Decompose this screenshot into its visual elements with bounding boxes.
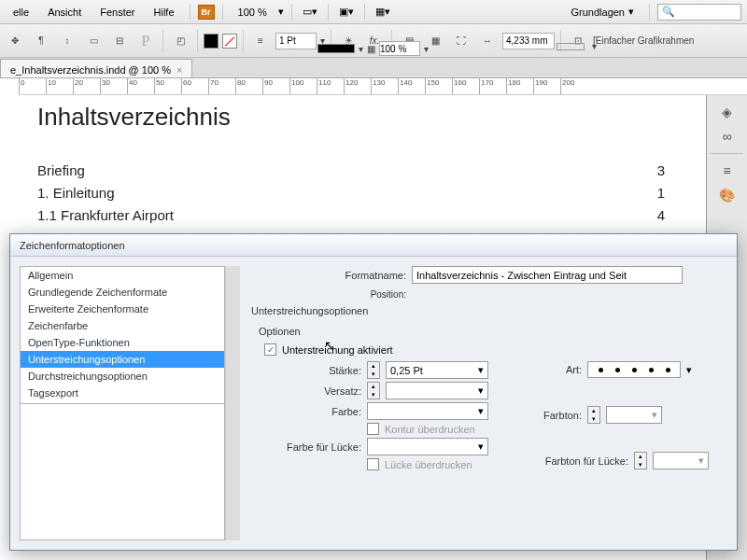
percent-icon: ▦ bbox=[367, 44, 375, 54]
overprint-stroke-checkbox bbox=[367, 423, 379, 435]
swatches-icon[interactable]: 🎨 bbox=[711, 184, 744, 206]
dropdown-icon[interactable]: ▾ bbox=[278, 6, 284, 18]
crop-icon[interactable]: ⛶ bbox=[450, 30, 472, 52]
style-label[interactable]: [Einfacher Grafikrahmen bbox=[593, 35, 694, 46]
dialog-title[interactable]: Zeichenformatoptionen bbox=[10, 234, 737, 257]
ruler-tick: 60 bbox=[181, 78, 208, 94]
overprint-stroke-label: Kontur überdrucken bbox=[385, 424, 475, 435]
ruler-tick: 110 bbox=[317, 78, 344, 94]
ruler-tick: 140 bbox=[398, 78, 425, 94]
weight-spinner[interactable]: ▴▾ bbox=[367, 361, 380, 379]
formatname-input[interactable] bbox=[412, 266, 683, 284]
ruler-tick: 30 bbox=[100, 78, 127, 94]
sidebar-item[interactable]: Zeichenfarbe bbox=[21, 317, 224, 334]
ruler-tick: 180 bbox=[506, 78, 533, 94]
ruler-tick: 90 bbox=[262, 78, 289, 94]
weight-label: Stärke: bbox=[259, 365, 361, 376]
stroke-weight-icon: ≡ bbox=[249, 30, 272, 52]
stroke-panel-icon[interactable]: ≡ bbox=[711, 160, 744, 182]
underline-on-checkbox[interactable]: ✓ bbox=[264, 343, 276, 356]
scale-input[interactable] bbox=[379, 41, 420, 56]
ruler-tick: 80 bbox=[235, 78, 262, 94]
sidebar-item[interactable]: Erweiterte Zeichenformate bbox=[21, 301, 224, 317]
horizontal-ruler: 0102030405060708090100110120130140150160… bbox=[19, 78, 747, 95]
weight-combo[interactable]: 0,25 Pt▾ bbox=[386, 361, 488, 379]
gap-tint-label: Farbton für Lücke: bbox=[526, 455, 628, 467]
tint-combo: ▾ bbox=[606, 406, 662, 424]
offset-combo[interactable]: ▾ bbox=[386, 382, 488, 399]
gap-color-label: Farbe für Lücke: bbox=[259, 441, 361, 453]
sidebar-item[interactable]: Tagsexport bbox=[21, 385, 224, 401]
document-tabs: e_Inhaltsverzeichnis.indd @ 100 % × bbox=[0, 58, 747, 78]
screen-mode-icon[interactable]: ▣▾ bbox=[336, 3, 357, 21]
stroke-style-swatch[interactable] bbox=[317, 44, 355, 53]
tint-spinner[interactable]: ▴▾ bbox=[587, 406, 600, 424]
menubar: elle Ansicht Fenster Hilfe Br 100 % ▾ ▭▾… bbox=[0, 0, 747, 24]
zoom-level[interactable]: 100 % bbox=[231, 5, 275, 20]
stroke-end-swatch[interactable] bbox=[557, 43, 585, 50]
color-label: Farbe: bbox=[259, 406, 361, 417]
corner-icon[interactable]: ◰ bbox=[169, 30, 191, 52]
dialog-sidebar: AllgemeinGrundlegende ZeichenformateErwe… bbox=[20, 266, 225, 540]
menu-item[interactable]: Hilfe bbox=[147, 3, 182, 21]
sidebar-item[interactable]: Grundlegende Zeichenformate bbox=[21, 284, 224, 301]
links-icon[interactable]: ∞ bbox=[711, 125, 744, 147]
caption-icon[interactable]: ▭ bbox=[82, 30, 105, 52]
toc-row: Briefing3 bbox=[37, 160, 665, 182]
character-style-options-dialog: Zeichenformatoptionen AllgemeinGrundlege… bbox=[9, 233, 738, 551]
type-combo[interactable] bbox=[587, 361, 681, 378]
gap-tint-spinner[interactable]: ▴▾ bbox=[634, 452, 647, 469]
textflow-icon[interactable]: ↕ bbox=[56, 30, 78, 52]
overprint-gap-checkbox bbox=[367, 458, 379, 470]
underline-on-label: Unterstreichung aktiviert bbox=[282, 344, 393, 356]
view-mode-icon[interactable]: ▭▾ bbox=[300, 3, 320, 21]
measure-icon: ↔ bbox=[476, 30, 499, 52]
close-icon[interactable]: × bbox=[176, 64, 182, 76]
ruler-tick: 170 bbox=[479, 78, 506, 94]
search-icon: 🔍 bbox=[662, 6, 675, 18]
page-title: Inhaltsverzeichnis bbox=[37, 103, 665, 132]
preview-pane bbox=[21, 403, 224, 539]
drop-cap-icon[interactable]: P bbox=[134, 30, 157, 52]
workspace-dropdown[interactable]: Grundlagen ▾ bbox=[564, 4, 642, 20]
sidebar-item[interactable]: OpenType-Funktionen bbox=[21, 334, 224, 351]
fill-swatch[interactable] bbox=[204, 34, 218, 49]
measure-input[interactable] bbox=[502, 33, 555, 49]
gap-color-combo[interactable]: ▾ bbox=[367, 438, 488, 455]
document-tab[interactable]: e_Inhaltsverzeichnis.indd @ 100 % × bbox=[0, 59, 192, 77]
stroke-weight-input[interactable] bbox=[275, 33, 317, 49]
color-combo[interactable]: ▾ bbox=[367, 402, 488, 420]
tab-title: e_Inhaltsverzeichnis.indd @ 100 % bbox=[10, 64, 171, 76]
sidebar-item[interactable]: Durchstreichungsoptionen bbox=[21, 368, 224, 385]
overprint-gap-label: Lücke überdrucken bbox=[385, 459, 472, 470]
ruler-tick: 200 bbox=[560, 78, 587, 94]
tint-label: Farbton: bbox=[526, 410, 582, 421]
para-direction-icon[interactable]: ¶ bbox=[30, 30, 52, 52]
formatname-label: Formatname: bbox=[326, 270, 406, 281]
bridge-icon[interactable]: Br bbox=[198, 5, 215, 20]
ruler-tick: 70 bbox=[208, 78, 235, 94]
ruler-tick: 40 bbox=[127, 78, 154, 94]
scrollbar[interactable] bbox=[225, 266, 240, 540]
ruler-tick: 160 bbox=[452, 78, 479, 94]
ruler-tick: 150 bbox=[425, 78, 452, 94]
ruler-tick: 100 bbox=[289, 78, 317, 94]
offset-spinner[interactable]: ▴▾ bbox=[367, 382, 380, 399]
ruler-tick: 190 bbox=[533, 78, 560, 94]
offset-label: Versatz: bbox=[259, 385, 361, 397]
search-input[interactable]: 🔍 bbox=[657, 4, 741, 21]
anchor-icon[interactable]: ✥ bbox=[4, 30, 26, 52]
workspace-label: Grundlagen bbox=[571, 7, 626, 18]
stroke-swatch[interactable] bbox=[222, 34, 237, 49]
ruler-tick: 10 bbox=[46, 78, 73, 94]
menu-item[interactable]: elle bbox=[6, 3, 36, 21]
menu-item[interactable]: Ansicht bbox=[40, 3, 89, 21]
arrange-icon[interactable]: ▦▾ bbox=[373, 3, 393, 21]
options-legend: Optionen bbox=[259, 326, 301, 341]
menu-item[interactable]: Fenster bbox=[92, 3, 142, 21]
balance-icon[interactable]: ⊟ bbox=[108, 30, 131, 52]
layers-icon[interactable]: ◈ bbox=[711, 101, 744, 123]
sidebar-item[interactable]: Allgemein bbox=[21, 267, 224, 284]
sidebar-item[interactable]: Unterstreichungsoptionen bbox=[21, 351, 224, 368]
position-label: Position: bbox=[326, 289, 406, 300]
